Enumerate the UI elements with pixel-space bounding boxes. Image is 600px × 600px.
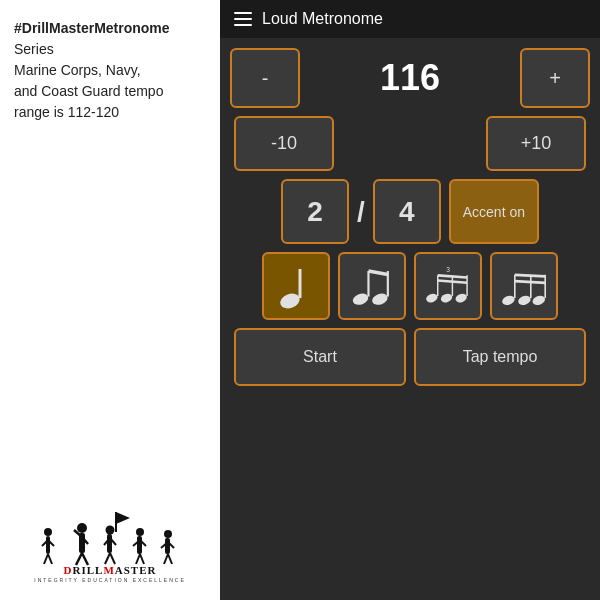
svg-point-6	[77, 523, 87, 533]
svg-point-42	[426, 292, 439, 304]
svg-point-0	[44, 528, 52, 536]
svg-line-4	[44, 554, 48, 564]
app-panel: Loud Metronome - 116 + -10 +10 2 / 4 Acc…	[220, 0, 600, 600]
svg-line-25	[140, 554, 144, 564]
svg-text:DRILLMASTER: DRILLMASTER	[64, 564, 157, 576]
drillmaster-logo: DRILLMASTER INTEGRITY EDUCATION EXCELLEN…	[30, 502, 190, 582]
svg-line-56	[515, 275, 545, 277]
app-title: Loud Metronome	[262, 10, 383, 28]
eighth-note-button[interactable]	[338, 252, 406, 320]
svg-point-38	[371, 292, 389, 307]
svg-rect-21	[137, 536, 142, 554]
svg-rect-13	[107, 534, 112, 553]
start-button[interactable]: Start	[234, 328, 406, 386]
tempo-row: - 116 +	[230, 48, 590, 108]
svg-text:3: 3	[446, 266, 450, 273]
svg-point-36	[351, 292, 369, 307]
corps-line: Marine Corps, Navy,	[14, 62, 141, 78]
svg-point-20	[136, 528, 144, 536]
svg-point-12	[106, 526, 115, 535]
svg-line-17	[110, 553, 115, 564]
svg-line-31	[168, 554, 172, 564]
description-text: #DrillMasterMetronome Series Marine Corp…	[14, 18, 206, 123]
numerator-button[interactable]: 2	[281, 179, 349, 244]
minus-button[interactable]: -	[230, 48, 300, 108]
tempo-value: 116	[308, 57, 512, 99]
tap-tempo-button[interactable]: Tap tempo	[414, 328, 586, 386]
svg-line-49	[438, 281, 467, 283]
minus10-button[interactable]: -10	[234, 116, 334, 171]
svg-line-57	[515, 281, 545, 283]
svg-line-30	[164, 554, 168, 564]
note-row: 3	[230, 252, 590, 320]
svg-point-44	[440, 292, 454, 304]
app-body: - 116 + -10 +10 2 / 4 Accent on	[220, 38, 600, 600]
series-line: Series	[14, 41, 54, 57]
app-header: Loud Metronome	[220, 0, 600, 38]
svg-line-5	[48, 554, 52, 564]
svg-point-26	[164, 530, 172, 538]
slash-divider: /	[357, 196, 365, 228]
action-row: Start Tap tempo	[230, 328, 590, 386]
svg-point-52	[517, 294, 532, 307]
svg-line-16	[105, 553, 110, 564]
svg-point-46	[454, 292, 468, 304]
triplet-note-button[interactable]: 3	[414, 252, 482, 320]
denominator-button[interactable]: 4	[373, 179, 441, 244]
quarter-note-button[interactable]	[262, 252, 330, 320]
svg-line-48	[438, 275, 467, 277]
time-sig-row: 2 / 4 Accent on	[230, 179, 590, 244]
svg-point-54	[531, 294, 546, 307]
hashtag-line: #DrillMasterMetronome	[14, 20, 170, 36]
svg-rect-1	[46, 536, 50, 554]
svg-line-40	[368, 271, 387, 275]
svg-marker-19	[116, 512, 130, 524]
accent-button[interactable]: Accent on	[449, 179, 539, 244]
svg-text:INTEGRITY  EDUCATION  EXCELLEN: INTEGRITY EDUCATION EXCELLENCE	[34, 577, 186, 582]
svg-point-34	[278, 291, 302, 311]
logo-area: DRILLMASTER INTEGRITY EDUCATION EXCELLEN…	[14, 502, 206, 582]
svg-rect-27	[165, 538, 170, 554]
menu-button[interactable]	[234, 12, 252, 26]
plus10-button[interactable]: +10	[486, 116, 586, 171]
plus-button[interactable]: +	[520, 48, 590, 108]
step-row: -10 +10	[230, 116, 590, 171]
sixteenth-note-button[interactable]	[490, 252, 558, 320]
left-panel: #DrillMasterMetronome Series Marine Corp…	[0, 0, 220, 600]
guard-line: and Coast Guard tempo	[14, 83, 163, 99]
svg-line-24	[136, 554, 140, 564]
svg-point-50	[502, 294, 516, 307]
range-line: range is 112-120	[14, 104, 119, 120]
